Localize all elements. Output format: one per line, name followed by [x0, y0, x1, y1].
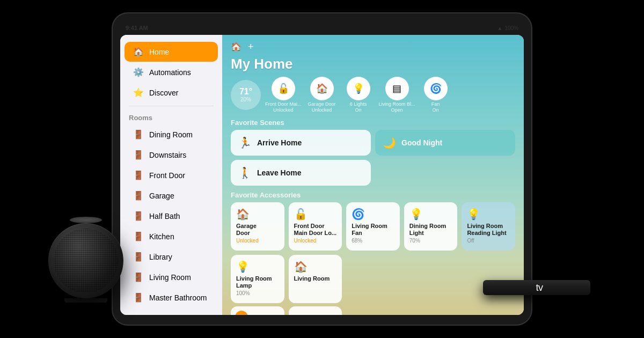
sidebar-room-label: Living Room: [149, 273, 191, 282]
weather-temp: 71°: [239, 87, 252, 97]
sidebar-item-dining-room[interactable]: 🚪 Dining Room: [125, 124, 218, 144]
sidebar-room-label: Half Bath: [149, 212, 180, 221]
accessory-room-blinds[interactable]: ▤ Living RoomBlinds Open: [289, 306, 342, 315]
arrive-home-icon: 🏃: [238, 136, 252, 149]
living-fan-status: 68%: [352, 238, 394, 244]
room-icon: 🚪: [133, 231, 144, 241]
sidebar-rooms-title: Rooms: [120, 109, 222, 124]
sidebar-room-label: Front Door: [149, 171, 185, 180]
homepod-mesh: [54, 229, 118, 293]
accessory-dining-light[interactable]: 💡 Dining RoomLight 70%: [404, 202, 458, 251]
ipad-frame: 9:41 AM ▲ 100% 🏠 Home ⚙️ Automations ⭐ D: [113, 13, 531, 325]
dining-light-name: Dining RoomLight: [409, 223, 452, 237]
ipad-status-icons: ▲ 100%: [497, 25, 518, 31]
sidebar-room-label: Downstairs: [149, 151, 186, 159]
room-icon: 🚪: [133, 190, 144, 201]
living-room-acc-icon: 🏠: [294, 260, 337, 273]
sidebar-item-master-bathroom[interactable]: 🚪 Master Bathroom: [125, 288, 218, 307]
room-icon: 🚪: [133, 150, 144, 160]
homepod-base: [64, 298, 107, 303]
homepod-body: [48, 223, 123, 298]
good-night-icon: 🌙: [383, 136, 396, 149]
room-icon: 🚪: [133, 272, 144, 282]
wifi-icon: ▲: [497, 25, 503, 31]
accessories-grid-row2: 71 🌡️ Living RoomThermostat Heating to 7…: [231, 306, 515, 315]
device-garage-door[interactable]: 🏠 Garage DoorUnlocked: [306, 77, 338, 113]
sidebar-automations-label: Automations: [149, 68, 191, 77]
good-night-label: Good Night: [401, 138, 442, 147]
blinds-icon-wrap: ▤: [385, 77, 409, 100]
scene-leave-home[interactable]: 🚶 Leave Home: [231, 160, 371, 186]
leave-home-icon: 🚶: [238, 166, 252, 179]
room-icon: 🚪: [133, 252, 144, 262]
weather-pct: 20%: [240, 97, 251, 102]
add-button[interactable]: +: [248, 41, 254, 53]
sidebar-item-half-bath[interactable]: 🚪 Half Bath: [125, 206, 218, 226]
scene-arrive-home[interactable]: 🏃 Arrive Home: [231, 130, 371, 156]
home-nav-icon[interactable]: 🏠: [231, 42, 241, 52]
accessory-thermostat[interactable]: 71 🌡️ Living RoomThermostat Heating to 7…: [231, 306, 284, 315]
accessory-living-room[interactable]: 🏠 Living Room: [289, 255, 342, 303]
blinds-label: Living Room Bl...Open: [379, 101, 415, 113]
arrive-home-label: Arrive Home: [257, 138, 302, 147]
living-lamp-status: 100%: [236, 290, 279, 296]
page-title: My Home: [231, 56, 515, 72]
device-front-door[interactable]: 🔓 Front Door Mai...Unlocked: [265, 77, 302, 113]
accessory-garage-door[interactable]: 🏠 GarageDoor Unlocked: [231, 202, 284, 251]
sidebar-home-label: Home: [149, 48, 169, 56]
lights-label: 6 LightsOn: [350, 101, 367, 113]
accessory-reading-light[interactable]: 💡 Living RoomReading Light Off: [462, 202, 515, 251]
discover-icon: ⭐: [133, 87, 144, 98]
front-door-acc-icon: 🔓: [294, 208, 337, 221]
lights-icon-wrap: 💡: [347, 77, 370, 100]
homepod-top: [70, 217, 102, 223]
living-lamp-icon: 💡: [236, 260, 279, 273]
device-blinds[interactable]: ▤ Living Room Bl...Open: [379, 77, 415, 113]
living-fan-name: Living RoomFan: [352, 223, 394, 237]
sidebar-item-library[interactable]: 🚪 Library: [125, 247, 218, 267]
device-lights[interactable]: 💡 6 LightsOn: [342, 77, 375, 113]
garage-door-acc-icon: 🏠: [236, 208, 279, 221]
sidebar-room-label: Dining Room: [149, 130, 193, 139]
front-door-acc-name: Front DoorMain Door Lo...: [294, 223, 337, 237]
sidebar-item-discover[interactable]: ⭐ Discover: [125, 83, 218, 102]
scene-good-night[interactable]: 🌙 Good Night: [375, 130, 515, 156]
sidebar-item-garage[interactable]: 🚪 Garage: [125, 186, 218, 205]
reading-light-name: Living RoomReading Light: [467, 223, 510, 237]
sidebar-room-label: Master Bathroom: [149, 293, 207, 302]
fan-label: FanOn: [431, 101, 440, 113]
dining-light-status: 70%: [409, 238, 452, 244]
sidebar-room-label: Library: [149, 253, 172, 261]
leave-home-label: Leave Home: [257, 168, 301, 177]
dining-light-icon: 💡: [409, 208, 452, 221]
sidebar-item-home[interactable]: 🏠 Home: [125, 42, 218, 62]
device-fan[interactable]: 🌀 FanOn: [420, 77, 452, 113]
battery-icon: 100%: [504, 25, 518, 31]
sidebar-item-living-room[interactable]: 🚪 Living Room: [125, 267, 218, 287]
accessories-grid: 🏠 GarageDoor Unlocked 🔓 Front DoorMain D…: [231, 202, 515, 303]
accessory-living-lamp[interactable]: 💡 Living RoomLamp 100%: [231, 255, 284, 303]
accessories-section-title: Favorite Accessories: [231, 191, 515, 199]
main-content: 🏠 + My Home 71° 20% 🔓 Front Door Mai...U…: [222, 35, 524, 315]
sidebar-item-automations[interactable]: ⚙️ Automations: [125, 62, 218, 82]
ipad-screen: 🏠 Home ⚙️ Automations ⭐ Discover Rooms 🚪…: [120, 35, 524, 315]
living-lamp-name: Living RoomLamp: [236, 275, 279, 289]
sidebar-item-front-door[interactable]: 🚪 Front Door: [125, 165, 218, 185]
sidebar-item-kitchen[interactable]: 🚪 Kitchen: [125, 226, 218, 246]
weather-badge: 71° 20%: [231, 80, 261, 110]
living-room-acc-name: Living Room: [294, 275, 337, 282]
sidebar-discover-label: Discover: [149, 89, 178, 97]
garage-door-acc-status: Unlocked: [236, 238, 279, 244]
sidebar: 🏠 Home ⚙️ Automations ⭐ Discover Rooms 🚪…: [120, 35, 222, 315]
sidebar-item-downstairs[interactable]: 🚪 Downstairs: [125, 145, 218, 165]
appletv-text-label: tv: [536, 282, 543, 293]
garage-door-acc-name: GarageDoor: [236, 223, 279, 237]
room-blinds-icon: ▤: [294, 312, 337, 315]
accessory-living-fan[interactable]: 🌀 Living RoomFan 68%: [346, 202, 400, 251]
top-bar: 🏠 +: [231, 41, 515, 53]
accessory-front-door[interactable]: 🔓 Front DoorMain Door Lo... Unlocked: [289, 202, 342, 251]
scenes-section-title: Favorite Scenes: [231, 119, 515, 127]
appletv-body: tv: [483, 280, 590, 295]
main-scene: 9:41 AM ▲ 100% 🏠 Home ⚙️ Automations ⭐ D: [0, 0, 644, 338]
front-door-label: Front Door Mai...Unlocked: [265, 101, 302, 113]
